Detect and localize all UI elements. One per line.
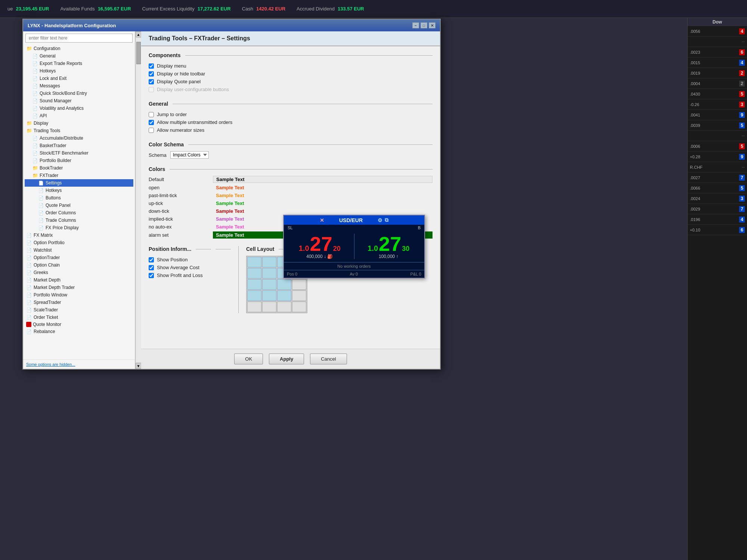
top-bar-available-funds: Available Funds 16,595.67 EUR bbox=[60, 6, 131, 12]
tree-item-watchlist[interactable]: Watchlist bbox=[25, 246, 133, 254]
label-available: Available Funds bbox=[60, 6, 94, 12]
fx-right-suffix: 30 bbox=[402, 245, 409, 253]
tree-item-order-columns[interactable]: Order Columns bbox=[25, 209, 133, 217]
tree-item-buttons[interactable]: Buttons bbox=[25, 194, 133, 202]
tree-item-order-ticket[interactable]: Order Ticket bbox=[25, 314, 133, 321]
apply-button[interactable]: Apply bbox=[269, 354, 304, 364]
tree-item-scale-trader[interactable]: ScaleTrader bbox=[25, 306, 133, 314]
tree-item-option-trader[interactable]: OptionTrader bbox=[25, 254, 133, 261]
doc-icon bbox=[26, 314, 32, 320]
doc-icon bbox=[38, 217, 44, 223]
cancel-button[interactable]: Cancel bbox=[310, 354, 347, 364]
tree-item-fx-price-display[interactable]: FX Price Display bbox=[25, 224, 133, 231]
tree-item-option-portfolio[interactable]: Option Portfolio bbox=[25, 239, 133, 246]
nav-arrow-down[interactable]: ▼ bbox=[136, 363, 142, 369]
cell-2-3 bbox=[292, 279, 306, 290]
close-button[interactable]: ✕ bbox=[429, 22, 436, 28]
nav-thumb[interactable] bbox=[136, 42, 141, 64]
doc-icon bbox=[32, 83, 38, 89]
tree-item-trade-columns[interactable]: Trade Columns bbox=[25, 217, 133, 224]
checkbox-show-position-input[interactable] bbox=[149, 257, 154, 262]
tree-item-general[interactable]: General bbox=[25, 52, 133, 60]
nav-scrollbar: ▲ ▼ bbox=[135, 31, 141, 369]
tree-item-label: Market Depth Trader bbox=[34, 285, 75, 290]
tree-item-fx-matrix[interactable]: FX Matrix bbox=[25, 231, 133, 239]
dialog-title: LYNX - Handelsplatform Configuration bbox=[28, 23, 116, 28]
section-color-schema: Color Schema Schema Impact Colors Classi… bbox=[149, 141, 433, 159]
tree-item-quote-panel[interactable]: Quote Panel bbox=[25, 202, 133, 209]
tree-item-export-trade[interactable]: Export Trade Reports bbox=[25, 60, 133, 67]
tree-item-volatility[interactable]: Volatility and Analytics bbox=[25, 105, 133, 112]
schema-select[interactable]: Impact Colors Classic Default bbox=[170, 151, 209, 159]
right-panel-title: Dow bbox=[688, 18, 747, 26]
cell-2-2 bbox=[277, 279, 291, 290]
tree-item-portfolio-window[interactable]: Portfolio Window bbox=[25, 291, 133, 299]
tree-item-market-depth-trader[interactable]: Market Depth Trader bbox=[25, 284, 133, 291]
tree-item-hotkeys[interactable]: Hotkeys bbox=[25, 67, 133, 75]
tree-item-quick-stock[interactable]: Quick Stock/Bond Entry bbox=[25, 90, 133, 97]
checkbox-allow-multiple-input[interactable] bbox=[149, 120, 154, 125]
tree-item-sound-manager[interactable]: Sound Manager bbox=[25, 97, 133, 105]
tree-item-quote-monitor[interactable]: Quote Monitor bbox=[25, 321, 133, 328]
cell-3-2 bbox=[277, 290, 291, 301]
right-panel: Dow .00564.00236.00154.00192.00042.04305… bbox=[687, 18, 747, 560]
nav-arrow-up[interactable]: ▲ bbox=[136, 31, 142, 37]
ticker-name-0: .0056 bbox=[690, 29, 700, 34]
tree-item-rebalance[interactable]: Rebalance bbox=[25, 328, 133, 335]
checkbox-allow-numerator-input[interactable] bbox=[149, 128, 154, 133]
color-label-no-auto: no auto-ex bbox=[149, 224, 208, 230]
checkbox-jump-order-input[interactable] bbox=[149, 112, 154, 117]
color-label-alarm: alarm set bbox=[149, 232, 208, 238]
tree-item-lock-exit[interactable]: Lock and Exit bbox=[25, 75, 133, 82]
lynx-icon bbox=[26, 322, 31, 327]
tree-item-portfolio-builder[interactable]: Portfolio Builder bbox=[25, 157, 133, 164]
doc-icon bbox=[32, 135, 38, 141]
ticker-val-14: 7 bbox=[739, 175, 745, 181]
ticker-name-2: .0023 bbox=[690, 50, 700, 55]
ticker-row-18: .01964 bbox=[688, 214, 747, 225]
ticker-row-13: R.CHF bbox=[688, 162, 747, 172]
tree-item-label: BookTrader bbox=[40, 165, 63, 171]
content-scroll[interactable]: Components Display menu Display or hide … bbox=[141, 46, 440, 349]
tree-item-label: Portfolio Builder bbox=[40, 158, 71, 163]
tree-scroll[interactable]: ConfigurationGeneralExport Trade Reports… bbox=[23, 45, 135, 360]
section-title-colors: Colors bbox=[149, 166, 433, 172]
top-bar-item: ue 23,195.45 EUR bbox=[7, 6, 49, 12]
tree-item-display[interactable]: Display bbox=[25, 119, 133, 127]
ticker-name-8: .0041 bbox=[690, 113, 700, 117]
filter-input[interactable] bbox=[25, 34, 133, 43]
tree-item-basket-trader[interactable]: BasketTrader bbox=[25, 142, 133, 149]
tree-item-greeks[interactable]: Greeks bbox=[25, 269, 133, 276]
tree-item-fxtrader[interactable]: FXTrader bbox=[25, 172, 133, 179]
tree-item-stock-etf[interactable]: Stock/ETF Benchmarker bbox=[25, 149, 133, 157]
tree-bottom-note[interactable]: Some options are hidden... bbox=[23, 360, 135, 369]
tree-item-accumulate[interactable]: Accumulate/Distribute bbox=[25, 134, 133, 142]
checkbox-show-pnl-input[interactable] bbox=[149, 273, 154, 278]
fx-left-sub: 400,000 ↓ 🎒 bbox=[306, 254, 333, 259]
tree-item-spread-trader[interactable]: SpreadTrader bbox=[25, 299, 133, 306]
checkbox-display-toolbar-input[interactable] bbox=[149, 71, 154, 77]
doc-icon bbox=[26, 262, 32, 268]
checkbox-allow-numerator: Allow numerator sizes bbox=[149, 126, 433, 134]
ticker-val-4: 2 bbox=[739, 70, 745, 76]
tree-item-market-depth[interactable]: Market Depth bbox=[25, 276, 133, 284]
ok-button[interactable]: OK bbox=[234, 354, 263, 364]
tree-item-label: Volatility and Analytics bbox=[40, 106, 84, 111]
tree-item-api[interactable]: API bbox=[25, 112, 133, 119]
checkbox-display-menu-input[interactable] bbox=[149, 63, 154, 69]
tree-item-book-trader[interactable]: BookTrader bbox=[25, 164, 133, 172]
tree-item-option-chain[interactable]: Option Chain bbox=[25, 261, 133, 269]
tree-item-trading-tools[interactable]: Trading Tools bbox=[25, 127, 133, 134]
checkbox-display-quote-input[interactable] bbox=[149, 79, 154, 84]
tree-item-configuration[interactable]: Configuration bbox=[25, 45, 133, 52]
doc-icon bbox=[32, 105, 38, 111]
fx-preview: ✕ USD/EUR ⚙ ⧉ SL B bbox=[283, 215, 425, 279]
doc-icon bbox=[26, 292, 32, 298]
tree-item-settings[interactable]: Settings bbox=[25, 179, 133, 187]
tree-item-hotkeys-fx[interactable]: Hotkeys bbox=[25, 187, 133, 194]
minimize-button[interactable]: − bbox=[412, 22, 419, 28]
doc-icon bbox=[38, 187, 44, 193]
checkbox-show-avg-cost-input[interactable] bbox=[149, 265, 154, 270]
tree-item-messages[interactable]: Messages bbox=[25, 82, 133, 90]
maximize-button[interactable]: □ bbox=[421, 22, 427, 28]
